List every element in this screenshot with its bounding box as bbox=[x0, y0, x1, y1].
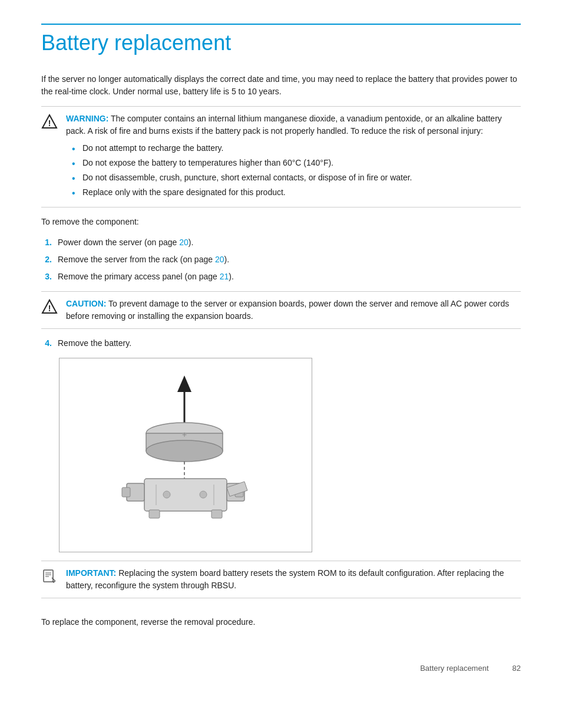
bullet-1: Do not attempt to recharge the battery. bbox=[72, 142, 521, 154]
important-label: IMPORTANT: bbox=[66, 568, 116, 578]
warning-text: The computer contains an internal lithiu… bbox=[66, 114, 502, 136]
svg-rect-13 bbox=[122, 487, 130, 497]
bullet-3: Do not disassemble, crush, puncture, sho… bbox=[72, 172, 521, 184]
caution-label: CAUTION: bbox=[66, 299, 106, 308]
step-2: 2. Remove the server from the rack (on p… bbox=[41, 253, 521, 266]
svg-point-19 bbox=[200, 491, 207, 498]
important-content: IMPORTANT: Replacing the system board ba… bbox=[66, 567, 521, 592]
warning-bullets: Do not attempt to recharge the battery. … bbox=[72, 142, 521, 199]
step-3-text: Remove the primary access panel (on page… bbox=[58, 271, 521, 283]
svg-marker-5 bbox=[177, 375, 191, 392]
footer-page: 82 bbox=[513, 664, 521, 673]
svg-rect-22 bbox=[44, 570, 53, 582]
svg-rect-21 bbox=[211, 510, 222, 518]
warning-label: WARNING: bbox=[66, 114, 108, 123]
step-4-list: 4. Remove the battery. bbox=[41, 337, 521, 350]
important-icon bbox=[41, 568, 58, 585]
bullet-2: Do not expose the battery to temperature… bbox=[72, 157, 521, 169]
steps-intro: To remove the component: bbox=[41, 216, 521, 228]
step-1: 1. Power down the server (on page 20). bbox=[41, 236, 521, 249]
step-1-number: 1. bbox=[41, 236, 52, 249]
steps-list: 1. Power down the server (on page 20). 2… bbox=[41, 236, 521, 283]
step-4: 4. Remove the battery. bbox=[41, 337, 521, 350]
important-text: Replacing the system board battery reset… bbox=[66, 568, 504, 590]
svg-text:!: ! bbox=[48, 304, 51, 313]
step-2-number: 2. bbox=[41, 253, 52, 266]
warning-content: WARNING: The computer contains an intern… bbox=[66, 113, 521, 201]
svg-text:+: + bbox=[182, 430, 187, 439]
important-block: IMPORTANT: Replacing the system board ba… bbox=[41, 561, 521, 598]
warning-block: ! WARNING: The computer contains an inte… bbox=[41, 106, 521, 207]
caution-icon: ! bbox=[41, 299, 58, 317]
warning-icon: ! bbox=[41, 114, 58, 132]
step-4-text: Remove the battery. bbox=[58, 337, 521, 350]
svg-point-8 bbox=[146, 440, 223, 462]
caution-text: To prevent damage to the server or expan… bbox=[66, 299, 509, 321]
bullet-4: Replace only with the spare designated f… bbox=[72, 186, 521, 199]
page-title: Battery replacement bbox=[41, 24, 521, 55]
battery-diagram: + bbox=[59, 358, 312, 552]
caution-content: CAUTION: To prevent damage to the server… bbox=[66, 298, 521, 322]
svg-point-18 bbox=[163, 491, 170, 498]
step-4-number: 4. bbox=[41, 337, 52, 350]
step-4-container: 4. Remove the battery. bbox=[41, 337, 521, 350]
closing-text: To replace the component, reverse the re… bbox=[41, 616, 521, 628]
step-1-link[interactable]: 20 bbox=[179, 238, 189, 247]
intro-paragraph: If the server no longer automatically di… bbox=[41, 73, 521, 98]
step-1-text: Power down the server (on page 20). bbox=[58, 236, 521, 249]
step-3-link[interactable]: 21 bbox=[220, 272, 229, 281]
footer-label: Battery replacement bbox=[420, 664, 488, 673]
svg-rect-20 bbox=[149, 510, 160, 518]
step-2-link[interactable]: 20 bbox=[215, 255, 224, 264]
svg-rect-11 bbox=[144, 479, 227, 511]
page-footer: Battery replacement 82 bbox=[41, 664, 521, 673]
step-3: 3. Remove the primary access panel (on p… bbox=[41, 271, 521, 283]
step-2-text: Remove the server from the rack (on page… bbox=[58, 253, 521, 266]
svg-text:!: ! bbox=[48, 118, 51, 128]
caution-block: ! CAUTION: To prevent damage to the serv… bbox=[41, 291, 521, 329]
step-3-number: 3. bbox=[41, 271, 52, 283]
